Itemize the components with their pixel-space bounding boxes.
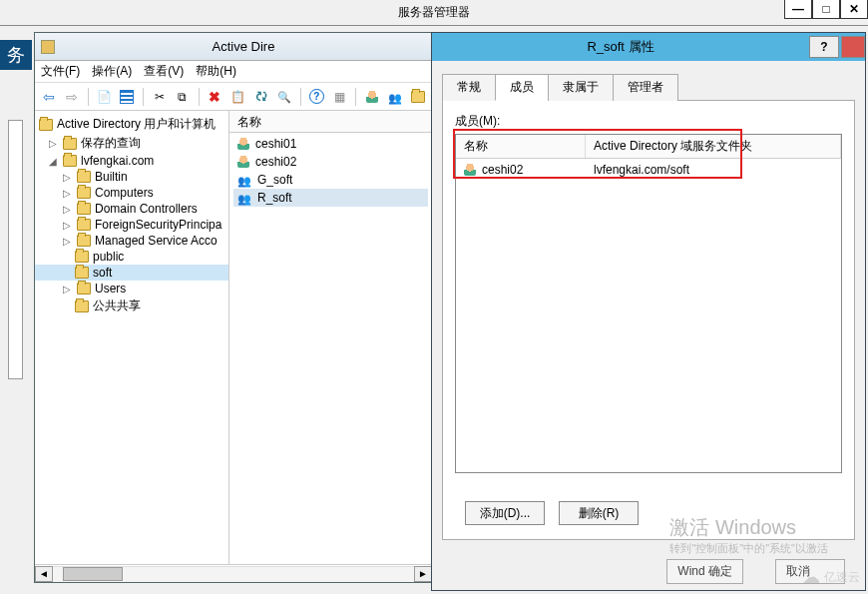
properties-button[interactable] xyxy=(228,86,247,108)
remove-button[interactable]: 删除(R) xyxy=(559,501,639,525)
folder-icon xyxy=(77,187,91,199)
tree-users[interactable]: ▷Users xyxy=(35,281,228,297)
background-panel xyxy=(8,120,23,379)
folder-icon xyxy=(77,203,91,215)
menu-file[interactable]: 文件(F) xyxy=(41,63,80,80)
scroll-track[interactable] xyxy=(53,566,414,582)
menu-action[interactable]: 操作(A) xyxy=(92,63,132,80)
copy-icon xyxy=(178,90,187,104)
add-button[interactable]: 添加(D)... xyxy=(465,501,545,525)
minimize-button[interactable]: — xyxy=(784,0,812,19)
tree-label: Computers xyxy=(95,186,154,200)
separator xyxy=(300,88,301,106)
tree-label: ForeignSecurityPrincipa xyxy=(95,218,221,232)
folder-icon xyxy=(75,251,89,263)
close-button[interactable]: ✕ xyxy=(840,0,868,19)
tree-label: Managed Service Acco xyxy=(95,234,217,248)
expander-icon[interactable]: ▷ xyxy=(47,138,59,149)
list-item[interactable]: G_soft xyxy=(233,171,428,189)
item-label: ceshi01 xyxy=(255,137,296,151)
expander-icon[interactable]: ▷ xyxy=(61,220,73,231)
expander-icon[interactable]: ◢ xyxy=(47,156,59,167)
menu-help[interactable]: 帮助(H) xyxy=(196,63,236,80)
members-label: 成员(M): xyxy=(455,113,842,130)
details-view-button[interactable] xyxy=(118,86,137,108)
new-group-button[interactable] xyxy=(385,86,404,108)
list-column-header[interactable]: 名称 xyxy=(229,111,432,133)
tree-msa[interactable]: ▷Managed Service Acco xyxy=(35,233,228,249)
tab-members[interactable]: 成员 xyxy=(495,74,549,101)
group-icon xyxy=(237,174,251,186)
tree-public[interactable]: public xyxy=(35,249,228,265)
tree-pane[interactable]: Active Directory 用户和计算机 ▷保存的查询 ◢lvfengka… xyxy=(35,111,229,564)
cut-icon xyxy=(155,90,165,104)
up-button[interactable] xyxy=(94,86,113,108)
tab-managedby[interactable]: 管理者 xyxy=(613,74,678,101)
cut-button[interactable] xyxy=(150,86,169,108)
tree-label: Users xyxy=(95,282,126,296)
folder-icon xyxy=(77,235,91,247)
tree-domain-controllers[interactable]: ▷Domain Controllers xyxy=(35,201,228,217)
maximize-button[interactable]: □ xyxy=(812,0,840,19)
tree-label: Domain Controllers xyxy=(95,202,198,216)
filter-icon xyxy=(334,90,345,104)
scroll-left-button[interactable]: ◄ xyxy=(35,566,53,582)
list-item[interactable]: ceshi01 xyxy=(233,135,428,153)
separator xyxy=(199,88,200,106)
member-row[interactable]: ceshi02 lvfengkai.com/soft xyxy=(456,159,841,181)
column-name[interactable]: 名称 xyxy=(456,135,586,158)
folder-icon xyxy=(75,300,89,312)
dialog-help-button[interactable]: ? xyxy=(809,36,839,58)
column-folder[interactable]: Active Directory 域服务文件夹 xyxy=(586,135,841,158)
list-item[interactable]: ceshi02 xyxy=(233,153,428,171)
tree-domain[interactable]: ◢lvfengkai.com xyxy=(35,153,228,169)
ad-titlebar[interactable]: Active Dire xyxy=(35,33,432,61)
item-label: ceshi02 xyxy=(255,155,296,169)
tree-saved-queries[interactable]: ▷保存的查询 xyxy=(35,134,228,153)
expander-icon[interactable]: ▷ xyxy=(61,284,73,295)
tree-soft[interactable]: soft xyxy=(35,265,228,281)
tree-builtin[interactable]: ▷Builtin xyxy=(35,169,228,185)
expander-icon[interactable]: ▷ xyxy=(61,204,73,215)
filter-button[interactable] xyxy=(330,86,349,108)
scroll-thumb[interactable] xyxy=(63,567,123,581)
folder-icon xyxy=(77,171,91,183)
window-controls: — □ ✕ xyxy=(784,0,868,19)
separator xyxy=(355,88,356,106)
ok-button[interactable]: Wind 确定 xyxy=(666,559,743,584)
expander-icon[interactable]: ▷ xyxy=(61,236,73,247)
scroll-right-button[interactable]: ► xyxy=(414,566,432,582)
expander-icon[interactable]: ▷ xyxy=(61,188,73,199)
tab-memberof[interactable]: 隶属于 xyxy=(548,74,614,101)
tree-computers[interactable]: ▷Computers xyxy=(35,185,228,201)
menu-view[interactable]: 查看(V) xyxy=(144,63,184,80)
export-button[interactable] xyxy=(274,86,293,108)
delete-button[interactable] xyxy=(205,86,223,108)
dialog-title: R_soft 属性 xyxy=(432,38,809,56)
expander-icon[interactable]: ▷ xyxy=(61,172,73,183)
menubar: 文件(F) 操作(A) 查看(V) 帮助(H) xyxy=(35,61,432,83)
list-pane[interactable]: 名称 ceshi01 ceshi02 G_soft R_soft xyxy=(229,111,432,564)
tree-label: lvfengkai.com xyxy=(81,154,154,168)
copy-button[interactable] xyxy=(173,86,192,108)
new-user-button[interactable] xyxy=(362,86,381,108)
new-ou-button[interactable] xyxy=(409,86,428,108)
refresh-button[interactable] xyxy=(251,86,270,108)
folder-icon xyxy=(63,138,77,150)
background-sliver: 务 xyxy=(0,40,32,70)
list-item[interactable]: R_soft xyxy=(233,189,428,207)
tab-general[interactable]: 常规 xyxy=(442,74,496,101)
horizontal-scrollbar[interactable]: ◄ ► xyxy=(35,564,432,582)
dialog-titlebar[interactable]: R_soft 属性 ? xyxy=(432,33,865,61)
user-icon xyxy=(237,156,249,168)
dialog-close-button[interactable] xyxy=(841,36,865,58)
help-button[interactable] xyxy=(307,86,326,108)
tree-root[interactable]: Active Directory 用户和计算机 xyxy=(35,115,228,134)
tree-fsp[interactable]: ▷ForeignSecurityPrincipa xyxy=(35,217,228,233)
tree-public-share[interactable]: 公共共享 xyxy=(35,297,228,315)
members-listview[interactable]: 名称 Active Directory 域服务文件夹 ceshi02 lvfen… xyxy=(455,134,842,473)
cancel-button[interactable]: 取消 xyxy=(775,559,845,584)
folder-icon xyxy=(77,219,91,231)
back-button[interactable] xyxy=(39,86,58,108)
forward-button[interactable] xyxy=(62,86,81,108)
